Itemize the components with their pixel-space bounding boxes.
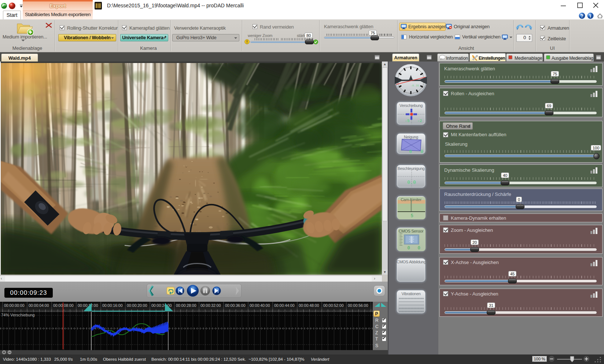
svg-text:00:00:20:00: 00:00:20:00 (127, 303, 147, 308)
svg-text:0.0: 0.0 (407, 180, 416, 185)
svg-text:00:00:52:00: 00:00:52:00 (323, 303, 344, 308)
svg-text:!: ! (246, 40, 247, 44)
svg-text:00:00:28:00: 00:00:28:00 (176, 303, 196, 308)
svg-text:i: i (590, 14, 591, 19)
svg-text:00:00:56:00: 00:00:56:00 (348, 303, 368, 308)
svg-text:-0.35: -0.35 (410, 84, 419, 87)
svg-text:0: 0 (407, 246, 410, 251)
svg-text:00:00:16:00: 00:00:16:00 (102, 303, 123, 308)
svg-text:00:00:40:00: 00:00:40:00 (250, 303, 270, 308)
svg-text:00:00:36:00: 00:00:36:00 (225, 303, 246, 308)
svg-text:74% Verschiebung: 74% Verschiebung (1, 313, 35, 317)
svg-text:0: 0 (420, 149, 423, 155)
svg-text:00:00:04:00: 00:00:04:00 (29, 303, 49, 308)
svg-text:5: 5 (410, 213, 413, 219)
svg-text:-5: -5 (405, 119, 409, 123)
svg-text:0: 0 (417, 246, 420, 251)
svg-text:00:00:00:00: 00:00:00:00 (4, 303, 25, 308)
svg-text:00:00:32:00: 00:00:32:00 (200, 303, 221, 308)
svg-text:00:00:44:00: 00:00:44:00 (274, 303, 295, 308)
svg-text:00:00:48:00: 00:00:48:00 (299, 303, 319, 308)
svg-text:?: ? (581, 14, 583, 19)
svg-text:0: 0 (409, 149, 412, 155)
svg-text:-2: -2 (417, 119, 422, 123)
